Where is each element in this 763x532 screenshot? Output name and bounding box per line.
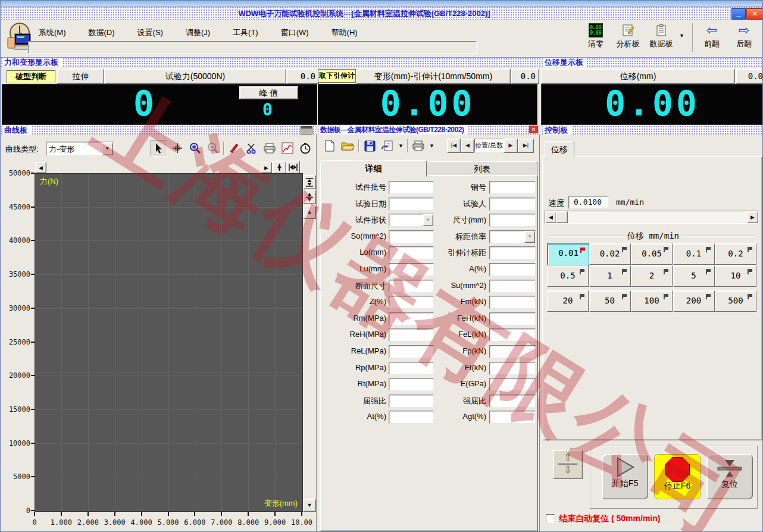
field-input[interactable] (489, 246, 536, 259)
y-tick-label: 25000 (3, 338, 30, 346)
speed-button-5[interactable]: 5 (673, 265, 715, 287)
tab-detail[interactable]: 详细 (320, 160, 427, 177)
speed-button-200[interactable]: 200 (673, 290, 715, 312)
field-input[interactable] (489, 411, 536, 424)
menu-item[interactable]: 帮助(H) (327, 26, 362, 39)
select-cursor-tool[interactable] (151, 140, 167, 157)
tension-button[interactable]: 拉伸 (57, 68, 104, 84)
x-tick-label: 9.000 (262, 518, 288, 527)
field-input[interactable] (489, 362, 536, 375)
peak-button[interactable]: 峰 值 (239, 86, 298, 99)
speed-button-0.1[interactable]: 0.1 (673, 243, 715, 265)
speed-flag-icon (622, 294, 627, 299)
field-label: Ft(kN) (422, 363, 486, 372)
chart-scroll-right[interactable]: ▶ (261, 162, 272, 173)
remove-extensometer-button[interactable]: 取下引伸计 (318, 69, 356, 83)
zoom-out-tool[interactable] (205, 140, 221, 156)
close-button[interactable]: × (746, 8, 763, 20)
timer-tool[interactable] (298, 140, 313, 156)
combo-arrow-icon[interactable]: ▼ (524, 231, 535, 243)
analysis-board-button[interactable]: 分析板 (612, 23, 643, 49)
stop-button[interactable]: 停止F6 (654, 454, 701, 499)
clear-button[interactable]: 0.00 0.00 清零 (583, 23, 609, 49)
chart-scroll-left[interactable]: ◀ (35, 162, 46, 173)
speed-button-0.05[interactable]: 0.05 (631, 243, 673, 265)
field-input[interactable] (489, 280, 536, 293)
slider-left-arrow[interactable]: ◀ (545, 211, 556, 223)
menu-item[interactable]: 系统(M) (34, 26, 71, 39)
disp-small-value: 0.0 (736, 68, 763, 84)
deform-small-value: 0.0 (511, 68, 539, 84)
tab-displacement[interactable]: 位移 (545, 141, 574, 158)
speed-button-0.02[interactable]: 0.02 (589, 243, 631, 265)
next-page-button[interactable]: ⇨ 后翻 (730, 23, 758, 49)
speed-button-0.5[interactable]: 0.5 (547, 265, 589, 287)
restore-window-icon[interactable] (301, 126, 312, 134)
field-label: Lo(mm) (324, 248, 386, 256)
auto-reset-checkbox[interactable] (546, 514, 555, 523)
break-judge-button[interactable]: 破型判断 (7, 70, 55, 83)
field-input[interactable] (489, 395, 536, 408)
toolbar-dropdown-arrow[interactable]: ▼ (679, 33, 684, 39)
speed-button-1[interactable]: 1 (589, 265, 631, 287)
field-input[interactable] (489, 214, 536, 227)
curve-type-dropdown-arrow[interactable]: ▼ (102, 142, 113, 155)
speed-button-20[interactable]: 20 (547, 290, 589, 312)
curve-type-select[interactable]: 力-变形 ▼ (46, 142, 114, 156)
field-input[interactable] (489, 263, 536, 276)
title-bar[interactable]: WDW电子万能试验机控制系统—[金属材料室温拉伸试验(GB/T228-2002)… (1, 6, 763, 21)
chart-y-compress-button[interactable] (303, 175, 316, 189)
field-input[interactable] (489, 296, 536, 309)
jog-updown-button[interactable]: ⇧ ⇩ (553, 450, 583, 479)
menu-item[interactable]: 调整(J) (181, 26, 215, 39)
scissors-tool[interactable] (244, 140, 259, 156)
menu-item[interactable]: 窗口(W) (276, 26, 314, 39)
chart-scroll-up[interactable]: ▲ (303, 206, 316, 219)
chart-x-compress-button[interactable] (273, 161, 286, 174)
field-input[interactable] (489, 345, 536, 358)
menu-item[interactable]: 数据(D) (84, 26, 120, 39)
data-board-button[interactable]: 数据板 (646, 23, 677, 49)
data-panel-close-icon[interactable]: × (529, 126, 538, 133)
zoom-in-tool[interactable] (187, 140, 203, 156)
slider-right-arrow[interactable]: ▶ (747, 211, 758, 223)
x-tick-label: 5.000 (155, 518, 182, 527)
speed-button-50[interactable]: 50 (589, 290, 631, 312)
chart-scroll-down[interactable]: ▼ (303, 499, 316, 512)
minimize-button[interactable]: _ (731, 8, 746, 20)
speed-button-100[interactable]: 100 (631, 290, 673, 312)
menu-item[interactable]: 工具(T) (228, 26, 263, 39)
speed-slider[interactable]: ◀ ▶ (545, 211, 759, 224)
chart-plot-area[interactable]: 力(N) 变形(mm) (35, 173, 303, 512)
pen-tool[interactable] (226, 140, 242, 156)
reset-icon (707, 457, 752, 481)
auto-reset-label: 结束自动复位 ( 50mm/min) (559, 514, 660, 524)
speed-button-2[interactable]: 2 (631, 265, 673, 287)
chart-tool[interactable] (280, 140, 295, 156)
field-input[interactable] (489, 181, 536, 194)
y-tick-label: 0 (3, 506, 30, 515)
chart-x-expand-button[interactable] (286, 161, 300, 174)
speed-button-0.01[interactable]: 0.01 (547, 243, 590, 266)
field-input[interactable] (489, 378, 536, 391)
field-input[interactable] (489, 198, 536, 211)
field-input[interactable] (489, 328, 536, 342)
crosshair-tool[interactable] (170, 140, 185, 156)
speed-input[interactable]: 0.0100 (568, 196, 609, 209)
field-input[interactable]: ▼ (489, 230, 536, 243)
speed-flag-icon (706, 247, 711, 252)
x-tick-mark (301, 512, 302, 516)
field-input[interactable] (489, 312, 536, 326)
field-label: 标距倍率 (422, 231, 486, 242)
chart-y-expand-button[interactable] (303, 190, 316, 204)
speed-button-0.2[interactable]: 0.2 (715, 243, 756, 265)
menu-item[interactable]: 设置(S) (133, 26, 168, 39)
speed-button-500[interactable]: 500 (715, 290, 756, 312)
speed-button-10[interactable]: 10 (715, 265, 756, 287)
field-label: Rt(MPa) (324, 379, 386, 388)
print-curve-tool[interactable] (262, 140, 277, 156)
start-button[interactable]: 开始F5 (602, 454, 648, 499)
slider-thumb[interactable] (556, 211, 568, 223)
prev-page-button[interactable]: ⇦ 前翻 (698, 23, 726, 49)
reset-button[interactable]: 复位 (706, 454, 753, 499)
